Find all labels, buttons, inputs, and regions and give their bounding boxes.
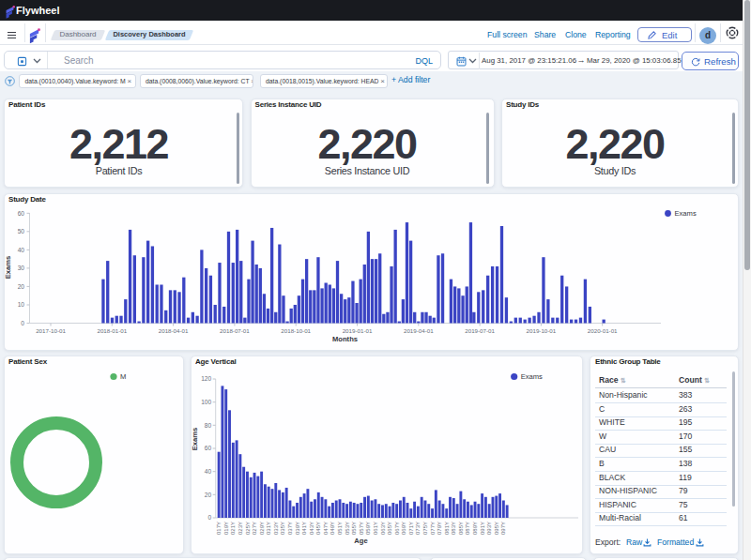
svg-text:Exams: Exams — [675, 209, 697, 218]
svg-text:065Y: 065Y — [387, 522, 392, 535]
svg-text:071Y: 071Y — [407, 522, 413, 535]
svg-text:0: 0 — [207, 514, 211, 521]
svg-text:055Y: 055Y — [351, 522, 357, 535]
svg-text:50: 50 — [18, 228, 25, 235]
svg-text:079Y: 079Y — [437, 522, 442, 535]
svg-text:40: 40 — [18, 247, 25, 253]
svg-text:20: 20 — [204, 492, 211, 498]
svg-text:40: 40 — [204, 468, 211, 475]
svg-text:063Y: 063Y — [379, 522, 385, 535]
svg-text:2018-10-01: 2018-10-01 — [281, 327, 311, 334]
svg-text:Age: Age — [354, 537, 367, 545]
svg-text:017Y: 017Y — [216, 522, 222, 535]
svg-text:20: 20 — [18, 283, 25, 290]
svg-text:027Y: 027Y — [252, 522, 257, 535]
svg-text:091Y: 091Y — [479, 522, 484, 535]
svg-text:60: 60 — [204, 445, 211, 451]
svg-text:80: 80 — [204, 422, 211, 429]
svg-text:025Y: 025Y — [244, 522, 250, 535]
svg-text:2019-04-01: 2019-04-01 — [404, 327, 434, 334]
svg-text:2018-04-01: 2018-04-01 — [159, 327, 189, 334]
svg-text:077Y: 077Y — [429, 522, 435, 535]
svg-text:083Y: 083Y — [451, 522, 456, 535]
svg-text:10: 10 — [18, 301, 25, 308]
svg-text:061Y: 061Y — [372, 522, 377, 535]
svg-text:2020-01-01: 2020-01-01 — [588, 327, 618, 334]
svg-text:019Y: 019Y — [222, 522, 228, 535]
svg-text:Exams: Exams — [520, 372, 542, 381]
svg-text:085Y: 085Y — [457, 522, 463, 535]
svg-text:0: 0 — [21, 320, 24, 326]
svg-text:023Y: 023Y — [237, 522, 242, 535]
svg-text:089Y: 089Y — [472, 522, 478, 535]
svg-text:30: 30 — [18, 265, 25, 271]
svg-text:039Y: 039Y — [294, 522, 299, 535]
svg-text:2017-10-01: 2017-10-01 — [36, 327, 66, 334]
svg-text:073Y: 073Y — [415, 522, 421, 535]
svg-text:037Y: 037Y — [287, 522, 293, 535]
svg-text:057Y: 057Y — [358, 522, 363, 535]
svg-text:045Y: 045Y — [315, 522, 321, 535]
svg-text:067Y: 067Y — [393, 522, 399, 535]
svg-text:033Y: 033Y — [272, 522, 278, 535]
svg-text:043Y: 043Y — [308, 522, 314, 535]
svg-text:2019-01-01: 2019-01-01 — [343, 327, 373, 334]
svg-text:087Y: 087Y — [465, 522, 470, 535]
svg-text:029Y: 029Y — [258, 522, 264, 535]
svg-text:035Y: 035Y — [280, 522, 285, 535]
svg-text:Months: Months — [332, 335, 358, 343]
svg-text:097Y: 097Y — [500, 522, 506, 535]
svg-text:069Y: 069Y — [401, 522, 406, 535]
svg-text:081Y: 081Y — [443, 522, 449, 535]
svg-text:2019-07-01: 2019-07-01 — [465, 327, 495, 334]
svg-text:053Y: 053Y — [344, 522, 349, 535]
svg-text:120: 120 — [201, 375, 211, 382]
svg-text:2018-01-01: 2018-01-01 — [97, 327, 127, 334]
svg-text:041Y: 041Y — [301, 522, 307, 535]
svg-text:093Y: 093Y — [486, 522, 492, 535]
svg-text:049Y: 049Y — [330, 522, 335, 535]
svg-text:031Y: 031Y — [266, 522, 271, 535]
svg-text:095Y: 095Y — [493, 522, 498, 535]
svg-text:021Y: 021Y — [230, 522, 236, 535]
svg-text:60: 60 — [18, 210, 25, 217]
svg-text:047Y: 047Y — [322, 522, 328, 535]
svg-text:Exams: Exams — [192, 428, 199, 451]
svg-text:075Y: 075Y — [422, 522, 428, 535]
svg-text:M: M — [120, 372, 126, 381]
svg-text:2018-07-01: 2018-07-01 — [220, 327, 250, 334]
svg-text:Exams: Exams — [5, 256, 12, 280]
svg-text:100: 100 — [201, 399, 211, 405]
svg-text:059Y: 059Y — [365, 522, 371, 535]
svg-text:2019-10-01: 2019-10-01 — [527, 327, 557, 334]
svg-text:051Y: 051Y — [337, 522, 343, 535]
